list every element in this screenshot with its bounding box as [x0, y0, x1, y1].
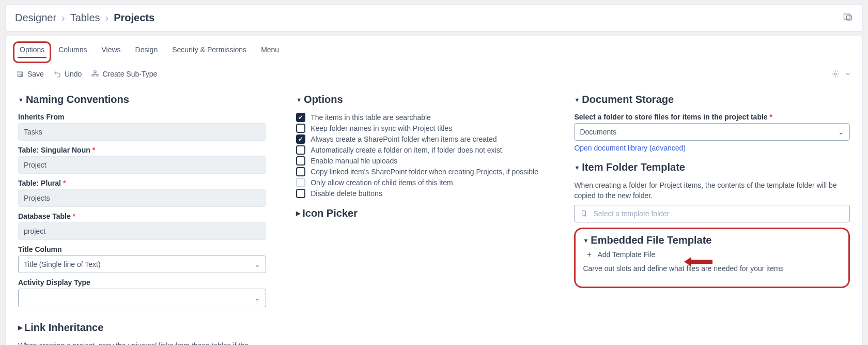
section-options[interactable]: ▼Options: [296, 94, 559, 106]
arrow-annotation-icon: [684, 255, 715, 270]
subtype-icon: [91, 70, 99, 78]
tab-menu[interactable]: Menu: [254, 41, 286, 63]
input-db[interactable]: project: [18, 222, 266, 240]
option-child-only: Only allow creation of child items of th…: [296, 178, 559, 187]
checkbox-icon[interactable]: [296, 134, 305, 144]
section-link-inherit-label: Link Inheritance: [24, 322, 103, 334]
checkbox-icon[interactable]: [296, 145, 305, 155]
content-columns: ▼Naming Conventions Inherits From Tasks …: [6, 81, 862, 345]
section-link-inherit[interactable]: ▶Link Inheritance: [18, 322, 281, 334]
svg-rect-2: [19, 74, 21, 77]
option-copy-linked[interactable]: Copy linked item's SharePoint folder whe…: [296, 167, 559, 176]
tab-design[interactable]: Design: [128, 41, 165, 63]
svg-rect-0: [844, 14, 850, 19]
save-icon: [16, 70, 24, 78]
breadcrumb: Designer › Tables › Projects: [15, 12, 154, 24]
triangle-down-icon: ▼: [574, 97, 580, 103]
select-template-folder[interactable]: Select a template folder: [574, 205, 850, 222]
create-subtype-button[interactable]: Create Sub-Type: [91, 70, 157, 78]
checkbox-icon[interactable]: [296, 167, 305, 176]
add-template-label: Add Template File: [597, 250, 655, 259]
checkbox-icon[interactable]: [296, 156, 305, 166]
window-icon[interactable]: [843, 12, 853, 24]
section-embedded[interactable]: ▼Embedded File Template: [583, 234, 841, 246]
chevron-down-icon: ⌄: [254, 294, 260, 302]
section-icon-picker-label: Icon Picker: [302, 207, 358, 219]
label-singular: Table: Singular Noun *: [18, 146, 281, 154]
create-subtype-label: Create Sub-Type: [102, 70, 157, 78]
triangle-down-icon: ▼: [574, 164, 580, 171]
option-always-sharepoint[interactable]: Always create a SharePoint folder when i…: [296, 134, 559, 144]
triangle-right-icon: ▶: [296, 210, 300, 217]
undo-label: Undo: [65, 70, 82, 78]
label-doc-select: Select a folder to store files for items…: [574, 113, 850, 121]
item-folder-desc: When creating a folder for Project items…: [574, 181, 850, 201]
input-inherits[interactable]: Tasks: [18, 123, 266, 141]
select-title-col[interactable]: Title (Single line of Text) ⌄: [18, 256, 266, 273]
section-naming-label: Naming Conventions: [26, 94, 129, 106]
option-manual-upload[interactable]: Enable manual file uploads: [296, 156, 559, 166]
chevron-down-icon: ⌄: [254, 260, 260, 268]
option-disable-delete[interactable]: Disable delete buttons: [296, 189, 559, 198]
section-embedded-label: Embedded File Template: [591, 234, 711, 246]
tab-columns[interactable]: Columns: [51, 41, 94, 63]
chevron-down-icon[interactable]: [844, 70, 852, 78]
template-placeholder: Select a template folder: [593, 209, 669, 218]
triangle-down-icon: ▼: [296, 97, 302, 103]
triangle-right-icon: ▶: [18, 324, 22, 331]
label-plural: Table: Plural *: [18, 179, 281, 187]
input-plural[interactable]: Projects: [18, 189, 266, 207]
label-db: Database Table *: [18, 212, 281, 220]
chevron-down-icon: ⌄: [838, 128, 844, 136]
breadcrumb-tables[interactable]: Tables: [70, 12, 100, 24]
toolbar: Save Undo Create Sub-Type: [6, 67, 862, 81]
undo-button[interactable]: Undo: [53, 70, 82, 78]
plus-icon: +: [585, 250, 593, 259]
section-item-folder-label: Item Folder Template: [582, 161, 685, 173]
gear-icon[interactable]: [831, 70, 840, 78]
svg-point-6: [834, 73, 836, 75]
col-naming: ▼Naming Conventions Inherits From Tasks …: [18, 94, 281, 345]
svg-marker-7: [684, 257, 712, 266]
tabs-row: Options Columns Views Design Security & …: [6, 36, 862, 64]
option-searchable[interactable]: The items in this table are searchable: [296, 113, 559, 122]
save-button[interactable]: Save: [16, 70, 44, 78]
checkbox-icon[interactable]: [296, 124, 305, 133]
option-autocreate[interactable]: Automatically create a folder on item, i…: [296, 145, 559, 155]
checkbox-icon: [296, 178, 305, 187]
svg-rect-3: [94, 71, 96, 72]
link-open-doc-library[interactable]: Open document library (advanced): [574, 144, 686, 152]
option-sync-folder[interactable]: Keep folder names in sync with Project t…: [296, 124, 559, 133]
select-doc-folder[interactable]: Documents ⌄: [574, 123, 850, 141]
triangle-down-icon: ▼: [583, 237, 588, 244]
breadcrumb-root[interactable]: Designer: [15, 12, 56, 24]
chevron-right-icon: ›: [105, 12, 109, 24]
input-singular[interactable]: Project: [18, 156, 266, 174]
col-documents: ▼Document Storage Select a folder to sto…: [574, 94, 850, 345]
section-icon-picker[interactable]: ▶Icon Picker: [296, 207, 559, 219]
save-label: Save: [27, 70, 44, 78]
bookmark-icon: [580, 209, 588, 218]
col-options: ▼Options The items in this table are sea…: [296, 94, 559, 345]
tab-options[interactable]: Options: [13, 41, 51, 63]
section-item-folder[interactable]: ▼Item Folder Template: [574, 161, 850, 173]
checkbox-icon[interactable]: [296, 113, 305, 122]
select-activity[interactable]: ⌄: [18, 289, 266, 307]
breadcrumb-current: Projects: [114, 12, 154, 24]
svg-rect-4: [92, 74, 94, 76]
embedded-template-callout: ▼Embedded File Template + Add Template F…: [574, 228, 850, 288]
label-title-col: Title Column: [18, 245, 281, 253]
checkbox-icon[interactable]: [296, 189, 305, 198]
svg-rect-5: [96, 74, 98, 76]
section-naming[interactable]: ▼Naming Conventions: [18, 94, 281, 106]
tab-security[interactable]: Security & Permissions: [165, 41, 254, 63]
triangle-down-icon: ▼: [18, 97, 24, 103]
link-inherit-desc: When creating a project, copy the univer…: [18, 341, 266, 345]
select-title-col-value: Title (Single line of Text): [24, 260, 101, 268]
section-doc-storage-label: Document Storage: [582, 94, 674, 106]
section-doc-storage[interactable]: ▼Document Storage: [574, 94, 850, 106]
chevron-right-icon: ›: [61, 12, 65, 24]
undo-icon: [53, 70, 61, 78]
main-card: Options Columns Views Design Security & …: [5, 36, 863, 345]
tab-views[interactable]: Views: [95, 41, 128, 63]
